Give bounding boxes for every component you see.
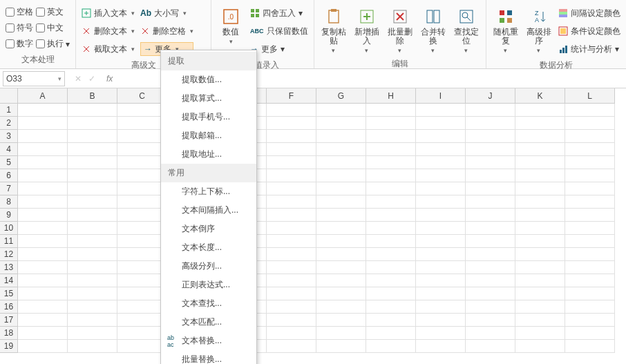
cell[interactable]	[18, 143, 68, 156]
cell[interactable]	[267, 327, 316, 340]
cell[interactable]	[267, 169, 316, 182]
cell[interactable]	[18, 274, 68, 287]
cell[interactable]	[68, 104, 117, 117]
cell[interactable]	[68, 117, 117, 130]
cell[interactable]	[466, 261, 515, 274]
cell[interactable]	[466, 143, 515, 156]
cut-text-button[interactable]: 截取文本▾	[82, 42, 135, 56]
cell[interactable]	[18, 222, 68, 235]
row-header[interactable]: 5	[0, 156, 18, 169]
cell[interactable]	[68, 169, 117, 182]
cell[interactable]	[515, 287, 565, 300]
cell[interactable]	[267, 340, 316, 353]
cell[interactable]	[267, 261, 316, 274]
cell[interactable]	[68, 209, 117, 222]
merge-convert-button[interactable]: 合并转换▾	[418, 4, 448, 57]
check-symbols[interactable]: 符号	[6, 22, 33, 34]
row-header[interactable]: 11	[0, 235, 18, 248]
cell[interactable]	[366, 195, 416, 209]
cell[interactable]	[565, 274, 615, 287]
menu-item[interactable]: abac文本替换...	[161, 332, 256, 350]
cell[interactable]	[416, 169, 466, 182]
cell[interactable]	[515, 340, 565, 353]
cell[interactable]	[68, 300, 117, 314]
menu-item[interactable]: 文本间隔插入...	[161, 201, 256, 220]
cell[interactable]	[366, 340, 416, 353]
cell[interactable]	[267, 130, 316, 143]
cell[interactable]	[565, 156, 615, 169]
cell[interactable]	[18, 182, 68, 195]
menu-item[interactable]: 提取地址...	[161, 145, 256, 164]
menu-item[interactable]: 高级分列...	[161, 257, 256, 276]
cell[interactable]	[68, 248, 117, 261]
cell[interactable]	[68, 340, 117, 353]
column-header[interactable]: F	[267, 88, 316, 104]
row-header[interactable]: 8	[0, 195, 18, 209]
cell[interactable]	[267, 156, 316, 169]
column-header[interactable]: H	[366, 88, 416, 104]
menu-item[interactable]: 文本长度...	[161, 238, 256, 257]
row-header[interactable]: 17	[0, 314, 18, 327]
cell[interactable]	[565, 130, 615, 143]
check-chinese[interactable]: 中文	[36, 22, 64, 34]
cell[interactable]	[366, 327, 416, 340]
batch-delete-button[interactable]: 批量删除▾	[385, 4, 415, 57]
cell[interactable]	[366, 117, 416, 130]
row-header[interactable]: 7	[0, 182, 18, 195]
cell[interactable]	[267, 209, 316, 222]
cell[interactable]	[68, 222, 117, 235]
cell[interactable]	[466, 248, 515, 261]
fx-label[interactable]: fx	[102, 74, 117, 84]
cell[interactable]	[68, 274, 117, 287]
cell[interactable]	[316, 274, 366, 287]
cell[interactable]	[18, 195, 68, 209]
accept-icon[interactable]: ✓	[88, 74, 95, 84]
adv-sort-button[interactable]: ZA高级排序▾	[524, 4, 554, 57]
cell[interactable]	[68, 287, 117, 300]
find-locate-button[interactable]: 查找定位▾	[451, 4, 482, 57]
cell[interactable]	[515, 327, 565, 340]
cell[interactable]	[316, 314, 366, 327]
cell[interactable]	[416, 340, 466, 353]
row-header[interactable]: 13	[0, 261, 18, 274]
cell[interactable]	[515, 235, 565, 248]
cell[interactable]	[68, 235, 117, 248]
cell[interactable]	[416, 104, 466, 117]
cell[interactable]	[68, 261, 117, 274]
menu-item[interactable]: 字符上下标...	[161, 182, 256, 201]
cell[interactable]	[316, 156, 366, 169]
cell[interactable]	[515, 274, 565, 287]
cell[interactable]	[68, 314, 117, 327]
cell[interactable]	[316, 104, 366, 117]
cell[interactable]	[515, 169, 565, 182]
cell[interactable]	[366, 235, 416, 248]
menu-item[interactable]: 批量替换...	[161, 350, 256, 364]
cell[interactable]	[267, 235, 316, 248]
cell[interactable]	[18, 327, 68, 340]
row-header[interactable]: 18	[0, 327, 18, 340]
cell[interactable]	[366, 287, 416, 300]
cell[interactable]	[416, 287, 466, 300]
cell[interactable]	[416, 182, 466, 195]
cell[interactable]	[466, 340, 515, 353]
cell[interactable]	[565, 300, 615, 314]
select-all-corner[interactable]	[0, 88, 18, 104]
cell[interactable]	[68, 143, 117, 156]
cell[interactable]	[565, 327, 615, 340]
cell[interactable]	[466, 195, 515, 209]
cell[interactable]	[515, 130, 565, 143]
cell[interactable]	[565, 209, 615, 222]
cell[interactable]	[366, 274, 416, 287]
column-header[interactable]: B	[68, 88, 117, 104]
check-execute[interactable]: 执行▾	[36, 38, 70, 50]
cell[interactable]	[515, 195, 565, 209]
cell[interactable]	[316, 195, 366, 209]
cell[interactable]	[466, 169, 515, 182]
interval-color-button[interactable]: 间隔设定颜色	[558, 6, 620, 20]
column-header[interactable]: L	[565, 88, 615, 104]
menu-item[interactable]: 文本查找...	[161, 294, 256, 313]
cell[interactable]	[515, 222, 565, 235]
menu-item[interactable]: 提取手机号...	[161, 108, 256, 126]
cancel-icon[interactable]: ✕	[75, 74, 82, 84]
check-spaces[interactable]: 空格	[6, 6, 33, 18]
